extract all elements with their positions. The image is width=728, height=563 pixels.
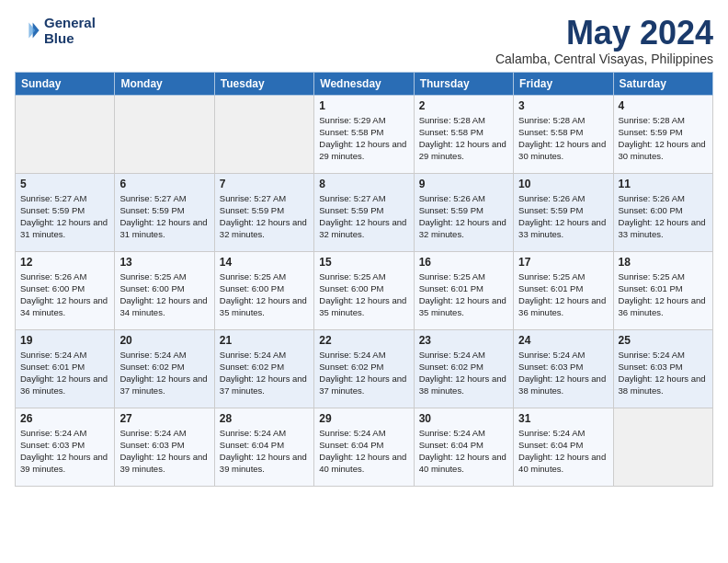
day-number: 5 xyxy=(20,178,109,190)
calendar-cell: 28Sunrise: 5:24 AM Sunset: 6:04 PM Dayli… xyxy=(214,408,313,486)
calendar-cell: 7Sunrise: 5:27 AM Sunset: 5:59 PM Daylig… xyxy=(214,173,313,251)
day-info: Sunrise: 5:27 AM Sunset: 5:59 PM Dayligh… xyxy=(119,192,209,241)
calendar-cell: 4Sunrise: 5:28 AM Sunset: 5:59 PM Daylig… xyxy=(613,95,712,173)
calendar-table: SundayMondayTuesdayWednesdayThursdayFrid… xyxy=(15,72,713,487)
calendar-cell: 25Sunrise: 5:24 AM Sunset: 6:03 PM Dayli… xyxy=(613,329,712,408)
calendar-cell: 30Sunrise: 5:24 AM Sunset: 6:04 PM Dayli… xyxy=(414,408,513,486)
day-number: 25 xyxy=(619,334,708,347)
day-info: Sunrise: 5:24 AM Sunset: 6:03 PM Dayligh… xyxy=(20,427,109,476)
day-info: Sunrise: 5:26 AM Sunset: 6:00 PM Dayligh… xyxy=(20,270,109,319)
day-number: 3 xyxy=(518,99,608,112)
day-info: Sunrise: 5:24 AM Sunset: 6:04 PM Dayligh… xyxy=(319,427,408,476)
day-info: Sunrise: 5:24 AM Sunset: 6:03 PM Dayligh… xyxy=(119,427,209,476)
day-of-week-header: Thursday xyxy=(414,72,513,95)
calendar-cell: 22Sunrise: 5:24 AM Sunset: 6:02 PM Dayli… xyxy=(314,329,414,408)
calendar-cell: 6Sunrise: 5:27 AM Sunset: 5:59 PM Daylig… xyxy=(115,173,214,251)
day-info: Sunrise: 5:25 AM Sunset: 6:01 PM Dayligh… xyxy=(619,270,708,319)
day-number: 19 xyxy=(20,334,109,347)
day-info: Sunrise: 5:25 AM Sunset: 6:00 PM Dayligh… xyxy=(220,270,309,319)
day-info: Sunrise: 5:27 AM Sunset: 5:59 PM Dayligh… xyxy=(319,192,408,241)
page-header: General Blue May 2024 Calamba, Central V… xyxy=(15,15,713,66)
calendar-cell xyxy=(115,95,214,173)
day-number: 7 xyxy=(220,178,309,190)
day-number: 12 xyxy=(20,256,109,269)
calendar-cell: 20Sunrise: 5:24 AM Sunset: 6:02 PM Dayli… xyxy=(115,329,214,408)
day-info: Sunrise: 5:29 AM Sunset: 5:58 PM Dayligh… xyxy=(319,114,408,163)
day-info: Sunrise: 5:24 AM Sunset: 6:02 PM Dayligh… xyxy=(220,349,309,397)
calendar-cell: 2Sunrise: 5:28 AM Sunset: 5:58 PM Daylig… xyxy=(414,95,513,173)
calendar-cell: 26Sunrise: 5:24 AM Sunset: 6:03 PM Dayli… xyxy=(16,408,115,486)
day-number: 27 xyxy=(119,412,209,425)
day-number: 14 xyxy=(220,256,309,269)
day-number: 24 xyxy=(518,334,608,347)
day-number: 18 xyxy=(619,256,708,269)
calendar-cell: 18Sunrise: 5:25 AM Sunset: 6:01 PM Dayli… xyxy=(613,251,712,329)
calendar-cell xyxy=(214,95,313,173)
calendar-cell: 29Sunrise: 5:24 AM Sunset: 6:04 PM Dayli… xyxy=(314,408,414,486)
calendar-cell: 11Sunrise: 5:26 AM Sunset: 6:00 PM Dayli… xyxy=(613,173,712,251)
day-of-week-header: Tuesday xyxy=(214,72,313,95)
day-number: 16 xyxy=(419,256,508,269)
day-number: 1 xyxy=(319,99,408,112)
calendar-cell: 8Sunrise: 5:27 AM Sunset: 5:59 PM Daylig… xyxy=(314,173,414,251)
day-number: 10 xyxy=(518,178,608,190)
day-info: Sunrise: 5:28 AM Sunset: 5:59 PM Dayligh… xyxy=(619,114,708,163)
day-info: Sunrise: 5:24 AM Sunset: 6:03 PM Dayligh… xyxy=(619,349,708,397)
calendar-cell: 1Sunrise: 5:29 AM Sunset: 5:58 PM Daylig… xyxy=(314,95,414,173)
calendar-week-row: 19Sunrise: 5:24 AM Sunset: 6:01 PM Dayli… xyxy=(16,329,713,408)
day-of-week-header: Saturday xyxy=(613,72,712,95)
day-of-week-header: Wednesday xyxy=(314,72,414,95)
calendar-cell: 23Sunrise: 5:24 AM Sunset: 6:02 PM Dayli… xyxy=(414,329,513,408)
day-number: 31 xyxy=(518,412,608,425)
day-info: Sunrise: 5:24 AM Sunset: 6:02 PM Dayligh… xyxy=(119,349,209,397)
day-number: 28 xyxy=(220,412,309,425)
day-number: 20 xyxy=(119,334,209,347)
calendar-cell: 5Sunrise: 5:27 AM Sunset: 5:59 PM Daylig… xyxy=(16,173,115,251)
day-info: Sunrise: 5:24 AM Sunset: 6:02 PM Dayligh… xyxy=(319,349,408,397)
day-number: 29 xyxy=(319,412,408,425)
day-number: 4 xyxy=(619,99,708,112)
day-of-week-header: Sunday xyxy=(16,72,115,95)
calendar-cell: 12Sunrise: 5:26 AM Sunset: 6:00 PM Dayli… xyxy=(16,251,115,329)
day-info: Sunrise: 5:25 AM Sunset: 6:01 PM Dayligh… xyxy=(419,270,508,319)
calendar-week-row: 26Sunrise: 5:24 AM Sunset: 6:03 PM Dayli… xyxy=(16,408,713,486)
calendar-cell: 13Sunrise: 5:25 AM Sunset: 6:00 PM Dayli… xyxy=(115,251,214,329)
day-info: Sunrise: 5:26 AM Sunset: 5:59 PM Dayligh… xyxy=(518,192,608,241)
day-info: Sunrise: 5:27 AM Sunset: 5:59 PM Dayligh… xyxy=(220,192,309,241)
day-number: 13 xyxy=(119,256,209,269)
day-info: Sunrise: 5:26 AM Sunset: 6:00 PM Dayligh… xyxy=(619,192,708,241)
day-info: Sunrise: 5:25 AM Sunset: 6:00 PM Dayligh… xyxy=(319,270,408,319)
day-info: Sunrise: 5:28 AM Sunset: 5:58 PM Dayligh… xyxy=(419,114,508,163)
day-of-week-header: Monday xyxy=(115,72,214,95)
calendar-header-row: SundayMondayTuesdayWednesdayThursdayFrid… xyxy=(16,72,713,95)
day-info: Sunrise: 5:25 AM Sunset: 6:01 PM Dayligh… xyxy=(518,270,608,319)
day-number: 15 xyxy=(319,256,408,269)
calendar-week-row: 12Sunrise: 5:26 AM Sunset: 6:00 PM Dayli… xyxy=(16,251,713,329)
calendar-cell: 24Sunrise: 5:24 AM Sunset: 6:03 PM Dayli… xyxy=(514,329,613,408)
day-number: 8 xyxy=(319,178,408,190)
day-info: Sunrise: 5:24 AM Sunset: 6:02 PM Dayligh… xyxy=(419,349,508,397)
calendar-cell xyxy=(16,95,115,173)
day-number: 17 xyxy=(518,256,608,269)
calendar-week-row: 1Sunrise: 5:29 AM Sunset: 5:58 PM Daylig… xyxy=(16,95,713,173)
day-info: Sunrise: 5:24 AM Sunset: 6:04 PM Dayligh… xyxy=(220,427,309,476)
calendar-cell: 19Sunrise: 5:24 AM Sunset: 6:01 PM Dayli… xyxy=(16,329,115,408)
day-number: 2 xyxy=(419,99,508,112)
day-number: 30 xyxy=(419,412,508,425)
calendar-cell xyxy=(613,408,712,486)
title-area: May 2024 Calamba, Central Visayas, Phili… xyxy=(495,15,713,66)
calendar-body: 1Sunrise: 5:29 AM Sunset: 5:58 PM Daylig… xyxy=(16,95,713,486)
day-of-week-header: Friday xyxy=(514,72,613,95)
location: Calamba, Central Visayas, Philippines xyxy=(495,52,713,66)
calendar-cell: 15Sunrise: 5:25 AM Sunset: 6:00 PM Dayli… xyxy=(314,251,414,329)
calendar-cell: 10Sunrise: 5:26 AM Sunset: 5:59 PM Dayli… xyxy=(514,173,613,251)
day-number: 26 xyxy=(20,412,109,425)
calendar-cell: 17Sunrise: 5:25 AM Sunset: 6:01 PM Dayli… xyxy=(514,251,613,329)
calendar-cell: 21Sunrise: 5:24 AM Sunset: 6:02 PM Dayli… xyxy=(214,329,313,408)
logo: General Blue xyxy=(15,15,96,47)
calendar-week-row: 5Sunrise: 5:27 AM Sunset: 5:59 PM Daylig… xyxy=(16,173,713,251)
day-info: Sunrise: 5:25 AM Sunset: 6:00 PM Dayligh… xyxy=(119,270,209,319)
day-info: Sunrise: 5:28 AM Sunset: 5:58 PM Dayligh… xyxy=(518,114,608,163)
calendar-cell: 14Sunrise: 5:25 AM Sunset: 6:00 PM Dayli… xyxy=(214,251,313,329)
logo-text: General Blue xyxy=(44,15,96,47)
